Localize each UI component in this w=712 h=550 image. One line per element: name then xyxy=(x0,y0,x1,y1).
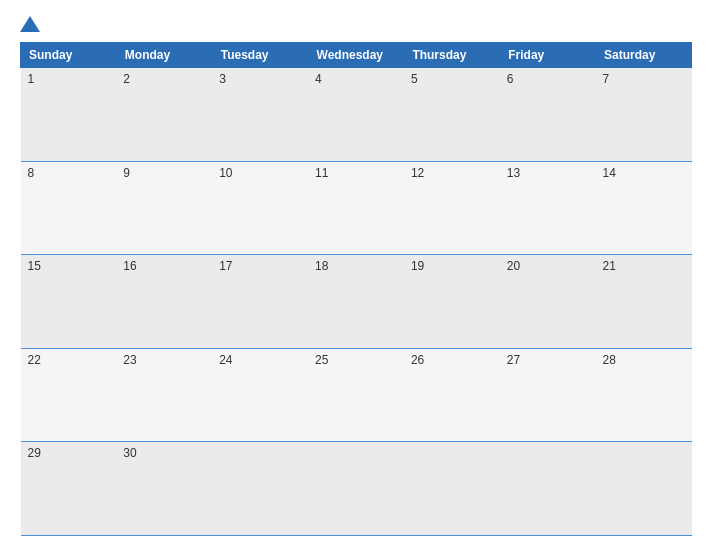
weekday-sunday: Sunday xyxy=(21,43,117,68)
day-number: 1 xyxy=(28,72,35,86)
calendar-cell xyxy=(596,442,692,536)
calendar-cell: 28 xyxy=(596,348,692,442)
calendar-cell: 22 xyxy=(21,348,117,442)
calendar-cell: 1 xyxy=(21,68,117,162)
week-row-3: 15161718192021 xyxy=(21,255,692,349)
day-number: 15 xyxy=(28,259,41,273)
calendar-cell: 9 xyxy=(116,161,212,255)
week-row-1: 1234567 xyxy=(21,68,692,162)
day-number: 17 xyxy=(219,259,232,273)
calendar-cell: 15 xyxy=(21,255,117,349)
day-number: 26 xyxy=(411,353,424,367)
calendar-cell xyxy=(404,442,500,536)
day-number: 3 xyxy=(219,72,226,86)
header xyxy=(20,18,692,32)
calendar-cell: 27 xyxy=(500,348,596,442)
calendar-cell: 4 xyxy=(308,68,404,162)
logo xyxy=(20,18,44,32)
calendar-cell: 8 xyxy=(21,161,117,255)
day-number: 18 xyxy=(315,259,328,273)
day-number: 21 xyxy=(603,259,616,273)
day-number: 23 xyxy=(123,353,136,367)
calendar-cell: 6 xyxy=(500,68,596,162)
day-number: 5 xyxy=(411,72,418,86)
week-row-2: 891011121314 xyxy=(21,161,692,255)
calendar-cell: 29 xyxy=(21,442,117,536)
calendar-page: SundayMondayTuesdayWednesdayThursdayFrid… xyxy=(0,0,712,550)
calendar-cell: 2 xyxy=(116,68,212,162)
weekday-monday: Monday xyxy=(116,43,212,68)
day-number: 9 xyxy=(123,166,130,180)
week-row-5: 2930 xyxy=(21,442,692,536)
day-number: 8 xyxy=(28,166,35,180)
day-number: 28 xyxy=(603,353,616,367)
day-number: 27 xyxy=(507,353,520,367)
calendar-cell: 18 xyxy=(308,255,404,349)
day-number: 25 xyxy=(315,353,328,367)
calendar-cell: 25 xyxy=(308,348,404,442)
calendar-cell: 12 xyxy=(404,161,500,255)
day-number: 11 xyxy=(315,166,328,180)
weekday-saturday: Saturday xyxy=(596,43,692,68)
weekday-tuesday: Tuesday xyxy=(212,43,308,68)
calendar-cell: 26 xyxy=(404,348,500,442)
calendar-cell: 17 xyxy=(212,255,308,349)
day-number: 2 xyxy=(123,72,130,86)
day-number: 7 xyxy=(603,72,610,86)
calendar-cell: 5 xyxy=(404,68,500,162)
day-number: 30 xyxy=(123,446,136,460)
calendar-cell: 23 xyxy=(116,348,212,442)
logo-blue-row xyxy=(20,18,44,32)
day-number: 29 xyxy=(28,446,41,460)
calendar-cell: 7 xyxy=(596,68,692,162)
calendar-cell xyxy=(500,442,596,536)
calendar-cell xyxy=(308,442,404,536)
calendar-cell: 10 xyxy=(212,161,308,255)
calendar-cell: 21 xyxy=(596,255,692,349)
day-number: 22 xyxy=(28,353,41,367)
calendar-table: SundayMondayTuesdayWednesdayThursdayFrid… xyxy=(20,42,692,536)
logo-triangle-icon xyxy=(20,16,40,32)
weekday-thursday: Thursday xyxy=(404,43,500,68)
calendar-cell: 13 xyxy=(500,161,596,255)
calendar-cell: 16 xyxy=(116,255,212,349)
weekday-friday: Friday xyxy=(500,43,596,68)
day-number: 20 xyxy=(507,259,520,273)
calendar-cell: 24 xyxy=(212,348,308,442)
day-number: 12 xyxy=(411,166,424,180)
calendar-cell: 11 xyxy=(308,161,404,255)
calendar-cell: 14 xyxy=(596,161,692,255)
calendar-cell: 30 xyxy=(116,442,212,536)
day-number: 24 xyxy=(219,353,232,367)
calendar-cell xyxy=(212,442,308,536)
weekday-header-row: SundayMondayTuesdayWednesdayThursdayFrid… xyxy=(21,43,692,68)
day-number: 6 xyxy=(507,72,514,86)
day-number: 14 xyxy=(603,166,616,180)
day-number: 16 xyxy=(123,259,136,273)
calendar-cell: 3 xyxy=(212,68,308,162)
day-number: 10 xyxy=(219,166,232,180)
day-number: 19 xyxy=(411,259,424,273)
calendar-cell: 19 xyxy=(404,255,500,349)
day-number: 4 xyxy=(315,72,322,86)
weekday-wednesday: Wednesday xyxy=(308,43,404,68)
calendar-cell: 20 xyxy=(500,255,596,349)
week-row-4: 22232425262728 xyxy=(21,348,692,442)
day-number: 13 xyxy=(507,166,520,180)
